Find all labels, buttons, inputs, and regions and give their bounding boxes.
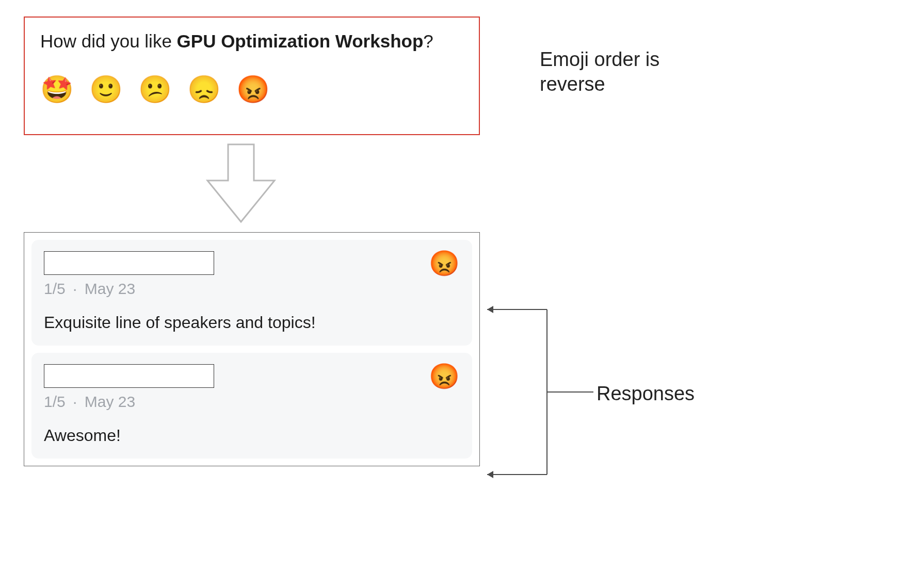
slightly-smiling-icon[interactable]: 🙂: [89, 76, 123, 103]
pouting-icon: 😡: [429, 251, 460, 276]
prompt-bold: GPU Optimization Workshop: [177, 31, 424, 51]
emoji-rating-row: 🤩 🙂 😕 😞 😡: [40, 76, 463, 103]
response-card: 1/5 · May 23 Awesome! 😡: [31, 353, 472, 459]
confused-icon[interactable]: 😕: [138, 76, 172, 103]
prompt-suffix: ?: [423, 31, 433, 51]
response-date: May 23: [85, 280, 135, 297]
response-score: 1/5: [44, 393, 66, 410]
meta-separator: ·: [70, 393, 80, 410]
redacted-name-box: [44, 364, 214, 388]
response-text: Exquisite line of speakers and topics!: [44, 313, 460, 332]
response-card: 1/5 · May 23 Exquisite line of speakers …: [31, 240, 472, 346]
connector-arrows-icon: [480, 289, 599, 495]
annotation-responses: Responses: [597, 382, 695, 406]
prompt-prefix: How did you like: [40, 31, 177, 51]
response-score: 1/5: [44, 280, 66, 297]
response-text: Awesome!: [44, 426, 460, 445]
redacted-name-box: [44, 251, 214, 275]
diagram-stage: How did you like GPU Optimization Worksh…: [0, 0, 902, 588]
svg-marker-5: [487, 471, 493, 478]
meta-separator: ·: [70, 280, 80, 297]
annotation-emoji-order: Emoji order is reverse: [540, 47, 726, 96]
svg-marker-3: [487, 306, 493, 313]
disappointed-icon[interactable]: 😞: [187, 76, 221, 103]
responses-container: 1/5 · May 23 Exquisite line of speakers …: [24, 232, 480, 466]
pouting-icon: 😡: [429, 364, 460, 389]
down-arrow-icon: [202, 139, 280, 227]
prompt-question: How did you like GPU Optimization Worksh…: [40, 29, 463, 53]
response-date: May 23: [85, 393, 135, 410]
response-meta: 1/5 · May 23: [44, 393, 460, 411]
response-meta: 1/5 · May 23: [44, 280, 460, 298]
star-struck-icon[interactable]: 🤩: [40, 76, 74, 103]
prompt-card: How did you like GPU Optimization Worksh…: [24, 17, 480, 135]
pouting-icon[interactable]: 😡: [236, 76, 270, 103]
